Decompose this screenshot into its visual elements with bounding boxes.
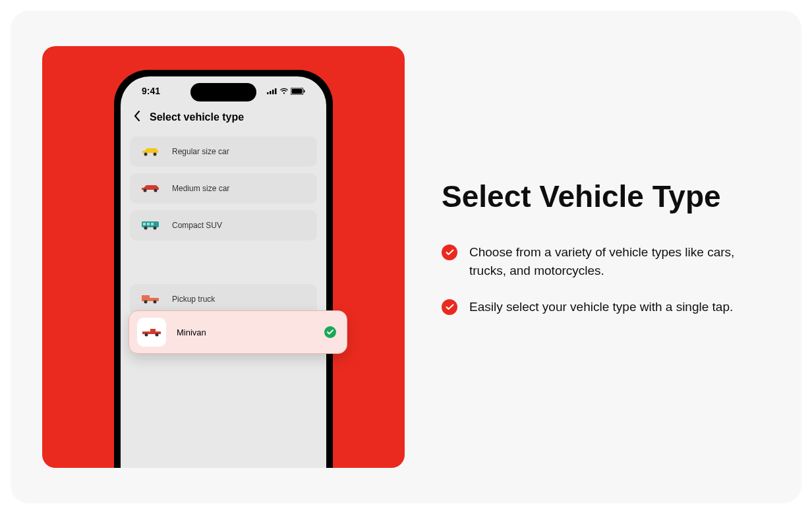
svg-rect-6: [304, 90, 305, 92]
chevron-left-icon: [134, 111, 140, 121]
phone-frame: 9:41 Select vehicle type: [114, 70, 333, 468]
selected-vehicle-card[interactable]: Minivan: [129, 310, 347, 354]
svg-point-19: [144, 300, 148, 304]
marketing-heading: Select Vehicle Type: [442, 179, 759, 214]
wifi-icon: [279, 88, 289, 94]
svg-point-9: [144, 189, 147, 192]
svg-point-8: [154, 153, 157, 156]
status-time: 9:41: [142, 86, 160, 96]
feature-bullet: Easily select your vehicle type with a s…: [442, 298, 759, 316]
svg-point-29: [145, 333, 148, 337]
check-circle-icon: [442, 299, 457, 315]
svg-point-10: [154, 189, 158, 192]
screen-header: Select vehicle type: [130, 99, 317, 136]
selected-vehicle-label: Minivan: [177, 328, 314, 337]
pickup-truck-icon: [140, 293, 160, 305]
svg-point-20: [154, 300, 157, 304]
svg-rect-14: [143, 223, 146, 225]
svg-point-30: [156, 333, 159, 337]
check-icon: [324, 326, 336, 338]
svg-rect-3: [275, 88, 277, 94]
svg-rect-0: [267, 92, 269, 94]
phone-notch: [190, 83, 256, 101]
vehicle-label: Regular size car: [172, 147, 229, 156]
check-circle-icon: [442, 244, 457, 260]
svg-rect-5: [292, 88, 303, 94]
suv-icon: [140, 219, 160, 231]
svg-point-12: [144, 227, 148, 230]
svg-point-13: [154, 227, 157, 230]
vehicle-option-regular-car[interactable]: Regular size car: [130, 136, 317, 167]
vehicle-label: Pickup truck: [172, 295, 215, 304]
car-icon: [140, 146, 160, 157]
signal-icon: [267, 88, 277, 94]
phone-screen: 9:41 Select vehicle type: [121, 76, 326, 468]
pickup-icon: [141, 327, 162, 337]
vehicle-label: Medium size car: [172, 184, 229, 193]
svg-rect-2: [272, 90, 274, 94]
svg-point-7: [144, 153, 148, 156]
svg-rect-1: [270, 91, 272, 94]
feature-card: 9:41 Select vehicle type: [11, 11, 801, 503]
vehicle-option-medium-car[interactable]: Medium size car: [130, 173, 317, 204]
vehicle-option-suv[interactable]: Compact SUV: [130, 210, 317, 241]
feature-bullet: Choose from a variety of vehicle types l…: [442, 243, 759, 279]
selected-vehicle-icon-box: [137, 318, 166, 347]
bullet-text: Easily select your vehicle type with a s…: [469, 298, 733, 316]
sedan-icon: [140, 183, 160, 194]
battery-icon: [291, 88, 305, 95]
svg-rect-27: [150, 329, 156, 334]
svg-rect-16: [151, 223, 154, 225]
back-button[interactable]: [134, 109, 140, 125]
marketing-panel: Select Vehicle Type Choose from a variet…: [442, 179, 770, 335]
vehicle-label: Compact SUV: [172, 221, 222, 230]
status-indicators: [267, 88, 305, 95]
svg-rect-15: [147, 223, 150, 225]
bullet-text: Choose from a variety of vehicle types l…: [469, 243, 759, 279]
page-title: Select vehicle type: [150, 111, 244, 123]
phone-showcase-panel: 9:41 Select vehicle type: [42, 46, 405, 468]
